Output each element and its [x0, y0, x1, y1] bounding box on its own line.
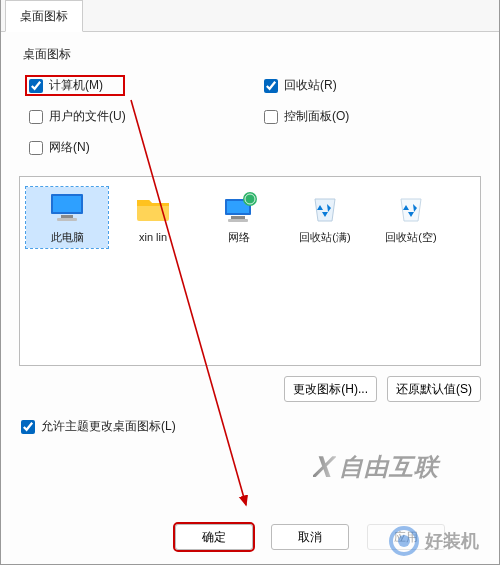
- group-label-desktop-icons: 桌面图标: [23, 46, 481, 63]
- checkbox-controlpanel-input[interactable]: [264, 110, 278, 124]
- svg-rect-8: [228, 219, 248, 222]
- icon-item-recycle-empty[interactable]: 回收站(空): [370, 187, 452, 248]
- svg-rect-2: [61, 215, 73, 218]
- tab-desktop-icons[interactable]: 桌面图标: [5, 0, 83, 32]
- checkbox-computer-input[interactable]: [29, 79, 43, 93]
- change-icon-button[interactable]: 更改图标(H)...: [284, 376, 377, 402]
- checkbox-network-label: 网络(N): [49, 139, 90, 156]
- checkbox-allow-theme[interactable]: 允许主题更改桌面图标(L): [19, 418, 481, 435]
- recycle-full-icon: [305, 191, 345, 225]
- restore-default-button[interactable]: 还原默认值(S): [387, 376, 481, 402]
- icon-item-this-pc[interactable]: 此电脑: [26, 187, 108, 248]
- icon-preview-panel: 此电脑 xin lin: [19, 176, 481, 366]
- checkbox-recyclebin-label: 回收站(R): [284, 77, 337, 94]
- checkbox-allow-theme-label: 允许主题更改桌面图标(L): [41, 418, 176, 435]
- dialog-button-row: 确定 取消 应用: [1, 524, 499, 550]
- cancel-button[interactable]: 取消: [271, 524, 349, 550]
- svg-rect-7: [231, 216, 245, 219]
- recycle-empty-icon: [391, 191, 431, 225]
- checkbox-computer-label: 计算机(M): [49, 77, 103, 94]
- checkbox-recyclebin-input[interactable]: [264, 79, 278, 93]
- svg-rect-1: [53, 196, 81, 212]
- monitor-icon: [47, 191, 87, 225]
- icon-label-user-folder: xin lin: [139, 231, 167, 244]
- checkbox-userfiles-input[interactable]: [29, 110, 43, 124]
- icon-buttons-row: 更改图标(H)... 还原默认值(S): [19, 376, 481, 402]
- checkbox-computer[interactable]: 计算机(M): [25, 75, 125, 96]
- icon-label-network: 网络: [228, 231, 250, 244]
- checkbox-allow-theme-input[interactable]: [21, 420, 35, 434]
- folder-icon: [133, 191, 173, 225]
- tab-strip: 桌面图标: [1, 0, 499, 32]
- desktop-icon-settings-window: 桌面图标 桌面图标 计算机(M) 回收站(R) 用户的文件(U) 控制面板(O): [0, 0, 500, 565]
- icon-label-recycle-full: 回收站(满): [299, 231, 350, 244]
- checkbox-network[interactable]: 网络(N): [25, 137, 240, 158]
- watermark-1-text: 自由互联: [339, 451, 439, 483]
- icon-label-this-pc: 此电脑: [51, 231, 84, 244]
- checkbox-controlpanel[interactable]: 控制面板(O): [260, 106, 475, 127]
- icon-item-recycle-full[interactable]: 回收站(满): [284, 187, 366, 248]
- ok-button[interactable]: 确定: [175, 524, 253, 550]
- dialog-content: 桌面图标 计算机(M) 回收站(R) 用户的文件(U) 控制面板(O) 网络(N…: [1, 32, 499, 445]
- checkbox-userfiles-label: 用户的文件(U): [49, 108, 126, 125]
- checkbox-userfiles[interactable]: 用户的文件(U): [25, 106, 240, 127]
- apply-button[interactable]: 应用: [367, 524, 445, 550]
- checkbox-network-input[interactable]: [29, 141, 43, 155]
- svg-rect-3: [57, 218, 77, 221]
- watermark-x-icon: X: [312, 450, 338, 484]
- desktop-icons-checkbox-group: 计算机(M) 回收站(R) 用户的文件(U) 控制面板(O) 网络(N): [19, 69, 481, 168]
- icon-item-network[interactable]: 网络: [198, 187, 280, 248]
- icon-label-recycle-empty: 回收站(空): [385, 231, 436, 244]
- checkbox-recyclebin[interactable]: 回收站(R): [260, 75, 475, 96]
- watermark-1: X 自由互联: [314, 450, 439, 484]
- network-icon: [219, 191, 259, 225]
- icon-item-user-folder[interactable]: xin lin: [112, 187, 194, 248]
- checkbox-controlpanel-label: 控制面板(O): [284, 108, 349, 125]
